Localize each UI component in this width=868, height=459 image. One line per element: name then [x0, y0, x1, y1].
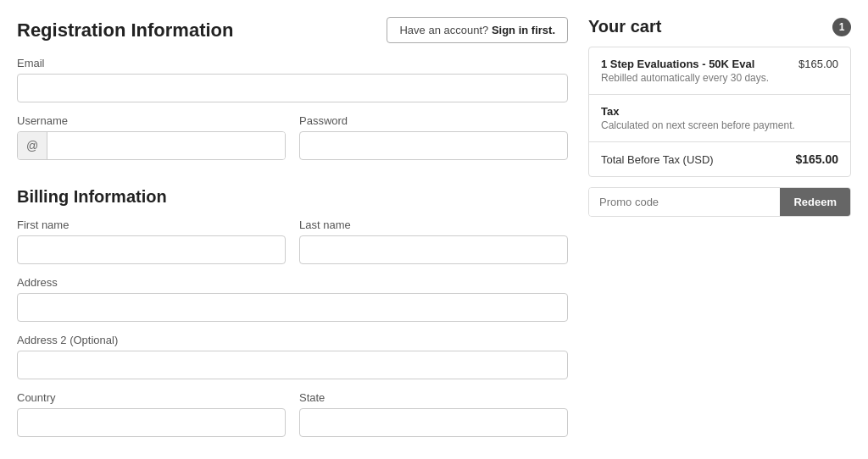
redeem-button[interactable]: Redeem	[780, 188, 850, 216]
address2-field-group: Address 2 (Optional)	[17, 334, 568, 379]
cart-badge: 1	[832, 18, 851, 36]
state-label: State	[299, 391, 568, 404]
last-name-field-group: Last name	[299, 218, 568, 264]
username-field-group: Username @	[17, 114, 286, 160]
cart-item: 1 Step Evaluations - 50K Eval Rebilled a…	[589, 47, 850, 95]
cart-item-name: 1 Step Evaluations - 50K Eval	[601, 58, 788, 70]
address2-input[interactable]	[17, 351, 568, 379]
registration-header: Registration Information Have an account…	[17, 17, 568, 43]
cart-box: 1 Step Evaluations - 50K Eval Rebilled a…	[588, 47, 851, 177]
cart-item-price: $165.00	[798, 58, 838, 70]
cart-tax-subtitle: Calculated on next screen before payment…	[601, 119, 838, 131]
address-label: Address	[17, 276, 568, 289]
cart-item-subtitle: Rebilled automatically every 30 days.	[601, 72, 788, 84]
last-name-input[interactable]	[299, 235, 568, 264]
first-name-field-group: First name	[17, 218, 286, 264]
last-name-label: Last name	[299, 218, 568, 231]
username-label: Username	[17, 114, 286, 127]
promo-row: Redeem	[588, 187, 851, 217]
cart-tax-label: Tax	[601, 105, 838, 118]
name-row: First name Last name	[17, 218, 568, 276]
cart-total-price: $165.00	[795, 152, 838, 166]
username-input[interactable]	[47, 132, 285, 159]
billing-title: Billing Information	[17, 187, 568, 207]
cart-header: Your cart 1	[588, 17, 851, 36]
address2-label: Address 2 (Optional)	[17, 334, 568, 346]
password-field-group: Password	[299, 114, 568, 160]
state-input[interactable]	[299, 408, 568, 437]
first-name-label: First name	[17, 218, 286, 231]
address-input[interactable]	[17, 293, 568, 322]
password-label: Password	[299, 114, 568, 127]
promo-code-input[interactable]	[589, 188, 780, 216]
sign-in-link[interactable]: Sign in first.	[492, 24, 555, 36]
password-input[interactable]	[299, 131, 568, 160]
sign-in-button[interactable]: Have an account? Sign in first.	[387, 17, 568, 43]
country-field-group: Country	[17, 391, 286, 437]
email-field-group: Email	[17, 57, 568, 102]
email-input[interactable]	[17, 74, 568, 102]
cart-title: Your cart	[588, 17, 661, 36]
username-password-row: Username @ Password	[17, 114, 568, 172]
email-label: Email	[17, 57, 568, 69]
cart-item-info: 1 Step Evaluations - 50K Eval Rebilled a…	[601, 58, 788, 84]
cart-total-row: Total Before Tax (USD) $165.00	[589, 142, 850, 176]
state-field-group: State	[299, 391, 568, 437]
username-wrapper: @	[17, 131, 286, 160]
right-column: Your cart 1 1 Step Evaluations - 50K Eva…	[588, 17, 851, 449]
at-prefix-icon: @	[18, 132, 47, 159]
left-column: Registration Information Have an account…	[17, 17, 568, 449]
country-label: Country	[17, 391, 286, 404]
sign-in-prompt: Have an account?	[399, 24, 488, 36]
cart-tax-row: Tax Calculated on next screen before pay…	[589, 95, 850, 142]
registration-title: Registration Information	[17, 19, 233, 41]
country-input[interactable]	[17, 408, 286, 437]
first-name-input[interactable]	[17, 235, 286, 264]
cart-total-label: Total Before Tax (USD)	[601, 153, 714, 166]
country-state-row: Country State	[17, 391, 568, 449]
address-field-group: Address	[17, 276, 568, 322]
